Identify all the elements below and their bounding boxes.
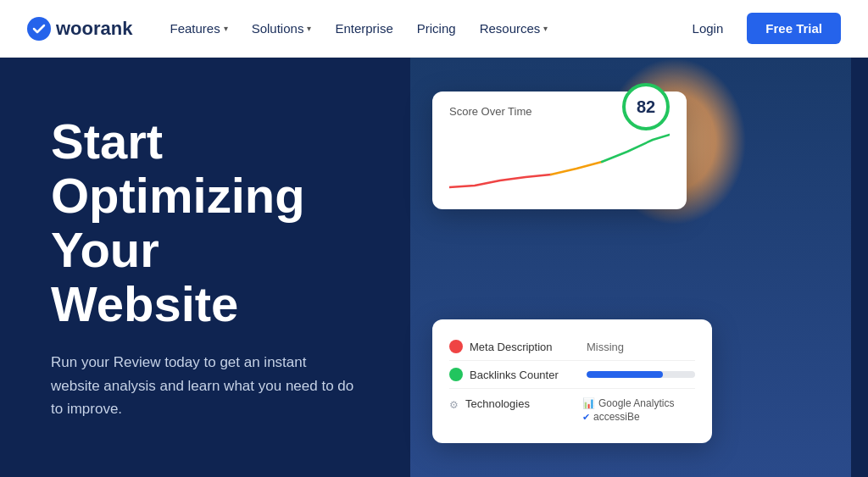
nav-right: Login Free Trial	[682, 13, 841, 44]
logo[interactable]: woorank	[27, 17, 132, 41]
login-button[interactable]: Login	[682, 14, 734, 42]
nav-pricing[interactable]: Pricing	[407, 14, 466, 42]
meta-description-label: Meta Description	[470, 341, 580, 353]
hero-text-block: StartOptimizingYourWebsite Run your Revi…	[51, 114, 407, 420]
score-chart-svg	[449, 128, 670, 196]
score-card-header: Score Over Time 82	[449, 105, 670, 118]
analysis-card: Meta Description Missing Backlinks Count…	[432, 319, 712, 443]
backlinks-progress-fill	[587, 371, 663, 378]
meta-description-icon	[449, 340, 463, 353]
hero-section: StartOptimizingYourWebsite Run your Revi…	[0, 58, 868, 477]
google-analytics-item: 📊 Google Analytics	[582, 397, 674, 409]
nav-links: Features ▾ Solutions ▾ Enterprise Pricin…	[159, 14, 682, 42]
free-trial-button[interactable]: Free Trial	[747, 13, 841, 44]
backlinks-icon	[449, 368, 463, 381]
nav-features[interactable]: Features ▾	[159, 14, 237, 42]
hero-right: Score Over Time 82 Meta Description	[407, 58, 817, 477]
backlinks-label: Backlinks Counter	[470, 369, 580, 381]
technologies-icon: ⚙	[449, 399, 459, 411]
chevron-down-icon: ▾	[543, 24, 548, 33]
logo-icon	[27, 17, 51, 41]
logo-text: woorank	[56, 18, 132, 40]
nav-enterprise[interactable]: Enterprise	[325, 14, 403, 42]
svg-point-0	[27, 17, 51, 41]
technologies-sub-items: 📊 Google Analytics ✔ accessiBe	[582, 397, 674, 423]
hero-title: StartOptimizingYourWebsite	[51, 114, 407, 330]
nav-solutions[interactable]: Solutions ▾	[242, 14, 322, 42]
google-analytics-label: Google Analytics	[598, 397, 674, 409]
technologies-label: Technologies	[465, 397, 576, 410]
score-chart	[449, 128, 670, 196]
chevron-down-icon: ▾	[307, 24, 311, 33]
bar-chart-icon: 📊	[582, 397, 595, 409]
accessibe-item: ✔ accessiBe	[582, 411, 674, 423]
meta-description-row: Meta Description Missing	[449, 333, 695, 361]
navbar: woorank Features ▾ Solutions ▾ Enterpris…	[0, 0, 868, 58]
backlinks-progress-bar	[587, 371, 695, 378]
backlinks-counter-row: Backlinks Counter	[449, 361, 695, 389]
checkmark-icon: ✔	[582, 412, 590, 423]
meta-description-value: Missing	[587, 341, 624, 353]
score-over-time-card: Score Over Time 82	[432, 92, 687, 209]
nav-resources[interactable]: Resources ▾	[470, 14, 559, 42]
hero-subtitle: Run your Review today to get an instant …	[51, 351, 356, 420]
accessibe-label: accessiBe	[593, 411, 640, 423]
technologies-row: ⚙ Technologies 📊 Google Analytics ✔ acce…	[449, 389, 695, 430]
score-circle: 82	[622, 83, 670, 130]
score-card-label: Score Over Time	[449, 105, 532, 118]
chevron-down-icon: ▾	[224, 24, 228, 33]
